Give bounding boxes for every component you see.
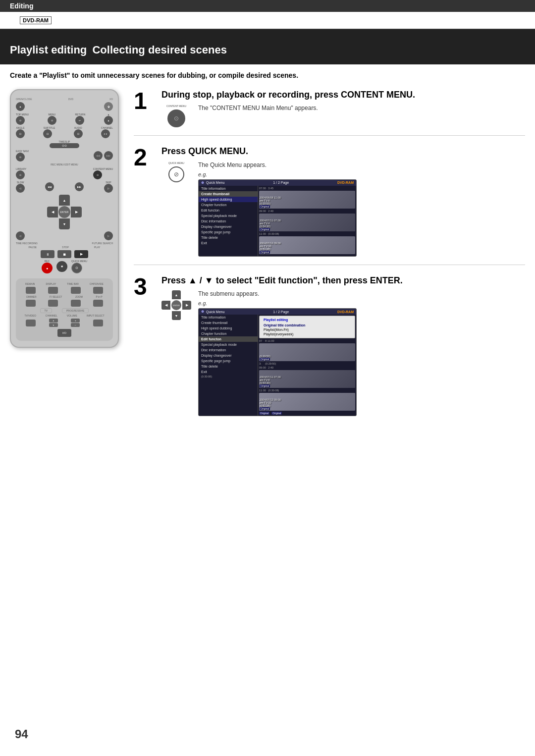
pause-button[interactable]: ⏸ [41, 250, 54, 258]
menu-item-disc-info[interactable]: Disc information [199, 218, 258, 224]
menu-thumb-row-1: 2004/06/08 11:00 pm TV:8 (0:29:50) Origi… [259, 191, 355, 209]
menu-dvdram-1: DVD-RAM [337, 181, 354, 184]
quick-menu-bottom-button[interactable]: ⊙ [71, 263, 82, 273]
slow-button[interactable]: ◁ [16, 184, 25, 193]
menu-header-1: ⊕ Quick Menu 1 / 2 Page DVD-RAM [199, 180, 356, 186]
step-3-icon-area: ▲ ◀ ENTER ▶ ▼ [161, 290, 191, 320]
channel-button[interactable]: ∧∨ [101, 129, 110, 138]
remain-button[interactable] [26, 287, 36, 294]
star-button[interactable]: ★ [56, 261, 67, 272]
up-arrow-button[interactable]: ▲ [104, 116, 113, 125]
subtitle-button[interactable]: ⊡ [43, 129, 52, 138]
angle-button[interactable]: ⊡ [16, 129, 25, 138]
menu2-thumb-2-badge: Original [260, 384, 270, 387]
top-menu-button[interactable]: ⊙ [16, 116, 25, 125]
menu-times-row1: 07:00 3:45 [259, 187, 355, 190]
input-select-button[interactable] [93, 320, 103, 326]
menu2-item-create-thumb[interactable]: Create thumbnail [199, 320, 258, 325]
menu-screenshot-2: ⊕ Quick Menu 1 / 2 Page DVD-RAM Title in… [198, 308, 357, 416]
volume-up-button[interactable]: + [71, 319, 80, 323]
open-close-button[interactable]: ▲ [16, 102, 25, 111]
menu2-item-exit[interactable]: Exit [199, 369, 258, 375]
step-1: 1 During stop, playback or recording, pr… [134, 89, 525, 136]
menu2-item-special[interactable]: Special playback mode [199, 342, 258, 347]
submenu-item-3[interactable]: Playlist(everyweek) [264, 332, 351, 336]
menu-item-page-jump[interactable]: Specific page jump [199, 229, 258, 235]
prev-button[interactable]: ◀◀ [45, 182, 54, 191]
slow-label: SLOW [16, 181, 25, 184]
nav-up-button[interactable]: ▲ [59, 195, 70, 206]
menu2-bottom-badge-1: Original [259, 412, 269, 415]
menu2-item-high-speed[interactable]: High speed dubbing [199, 325, 258, 331]
channel-up-button[interactable]: ∧ [49, 319, 58, 323]
step-2-quick-menu-icon: ⊘ [168, 166, 184, 182]
easy-navi-button[interactable]: ⊙ [16, 153, 25, 162]
remote-control-area: OPEN/CLOSE DVD I/O ▲ ⏻ TOP MENU ⊙ MENU ⊙ [10, 89, 124, 434]
submenu-item-2[interactable]: Playlist(Mon-Fri) [264, 327, 351, 332]
menu2-item-page-jump[interactable]: Specific page jump [199, 358, 258, 364]
io-bottom-button[interactable]: I/O [57, 329, 71, 337]
library-label: LIBRARY [16, 167, 26, 170]
menu-page-2: 1 / 2 Page [273, 310, 289, 314]
tvvideo-button[interactable] [26, 320, 36, 326]
menu2-item-edit[interactable]: Edit functon [199, 336, 258, 342]
menu2-item-chapter[interactable]: Chapter function [199, 331, 258, 336]
io-button[interactable]: ⏻ [104, 102, 113, 111]
instant-skip-button[interactable]: ▷▷ [104, 151, 113, 160]
rec-button[interactable]: ● [42, 263, 53, 273]
library-button[interactable]: ⊙ [16, 170, 25, 179]
chp-divide-button[interactable] [93, 287, 103, 294]
volume-down-button[interactable]: − [71, 323, 80, 327]
skip-button[interactable]: ▷ [104, 184, 113, 193]
fi-select-button[interactable] [48, 300, 58, 307]
nav-down-button[interactable]: ▼ [59, 218, 70, 229]
menu-button[interactable]: ⊙ [48, 116, 56, 125]
instant-replay-button[interactable]: ◁◁ [94, 151, 103, 160]
nav-right-button[interactable]: ▶ [71, 207, 82, 217]
menu-item-title-info[interactable]: Title information [199, 186, 258, 191]
menu-item-high-speed[interactable]: High speed dubbing [199, 197, 258, 202]
time-bar-button[interactable] [71, 287, 81, 294]
bottom-right-button[interactable]: ▷ [104, 231, 113, 240]
subtitle-label: SUBTITLE [43, 126, 55, 129]
remote-control: OPEN/CLOSE DVD I/O ▲ ⏻ TOP MENU ⊙ MENU ⊙ [10, 89, 119, 348]
section-header: Editing [0, 0, 535, 12]
pip-button[interactable] [93, 300, 103, 307]
nav-left-button[interactable]: ◀ [47, 207, 58, 217]
menu2-item-display[interactable]: Display changeover [199, 353, 258, 358]
menu-item-exit[interactable]: Exit [199, 240, 258, 246]
menu2-thumb-2-info: 2004/07/11 07:00 am TV:8 (0:54:30) Origi… [260, 376, 355, 387]
menu-item-display[interactable]: Display changeover [199, 224, 258, 229]
menu-title-1: Quick Menu [206, 181, 224, 184]
menu-item-create-thumb[interactable]: Create thumbnail [199, 191, 258, 197]
page-subtitle: Create a "Playlist" to omit unnecessary … [0, 64, 535, 84]
return-button[interactable]: ↩ [75, 116, 84, 125]
menu-item-special[interactable]: Special playback mode [199, 213, 258, 218]
channel-down-button[interactable]: ∨ [49, 323, 58, 327]
next-button[interactable]: ▶▶ [75, 182, 84, 191]
content-menu-button[interactable]: ⊙ [93, 170, 102, 179]
dimmer-button[interactable] [26, 300, 36, 307]
display-button[interactable] [48, 287, 58, 294]
bottom-left-button[interactable]: ◁ [16, 231, 25, 240]
content-menu-label: CONTENT MENU [93, 167, 113, 170]
submenu-item-1[interactable]: Original title combination [264, 323, 351, 327]
menu2-item-title-delete[interactable]: Title delete [199, 364, 258, 369]
menu-item-chapter[interactable]: Chapter function [199, 202, 258, 208]
up-arrow-label: ▲ [104, 113, 113, 116]
zoom-button[interactable] [71, 300, 81, 307]
menu-item-edit[interactable]: Edit functon [199, 208, 258, 213]
stop-button[interactable]: ⏹ [57, 250, 71, 258]
step-1-icon-label: CONTENT MENU [166, 105, 186, 108]
timeslip-button[interactable]: ⊙⊙ [50, 143, 79, 148]
menu2-item-disc-info[interactable]: Disc information [199, 347, 258, 353]
audio-button[interactable]: ⊡ [74, 129, 83, 138]
page-number: 94 [15, 727, 28, 741]
enter-button[interactable]: ENTER [58, 206, 70, 218]
angle-label: ANGLE [16, 126, 25, 129]
menu-thumb-row-2: 2004/07/11 07:00 am TV:4 (0:54:30) Origi… [259, 214, 355, 231]
thumb-1-badge: Original [260, 205, 270, 208]
menu-item-title-delete[interactable]: Title delete [199, 235, 258, 240]
play-button[interactable]: ▶ [74, 250, 88, 258]
menu2-item-title-info[interactable]: Title information [199, 315, 258, 320]
